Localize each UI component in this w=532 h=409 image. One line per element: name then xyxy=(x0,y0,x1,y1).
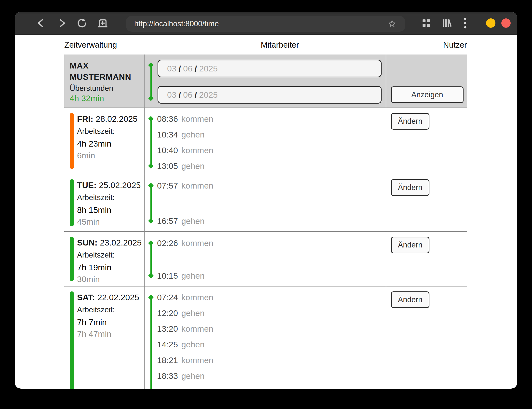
time-entry: 12:20 gehen xyxy=(157,305,386,321)
time-entry: 14:25 gehen xyxy=(157,337,386,352)
entry-time: 07:24 xyxy=(157,293,178,302)
time-entry: 08:36 kommen xyxy=(157,111,386,127)
time-entries: 02:26 kommen 10:15 gehen xyxy=(145,232,386,286)
close-button[interactable] xyxy=(501,18,511,28)
date-to-input[interactable]: 03/06/2025 xyxy=(158,86,382,104)
entry-time: 10:34 xyxy=(157,130,178,139)
entry-time: 21:04 xyxy=(157,387,178,389)
back-icon[interactable] xyxy=(35,17,47,29)
time-entry: 07:57 kommen xyxy=(157,178,386,193)
day-title: TUE:25.02.2025 xyxy=(77,180,144,190)
entry-time: 07:57 xyxy=(157,181,178,191)
nav-nutzer[interactable]: Nutzer xyxy=(443,40,467,50)
overtime-value: 4h 32min xyxy=(70,93,144,103)
pause-value: 45min xyxy=(77,216,144,227)
time-entry: 18:21 kommen xyxy=(157,352,386,368)
date-filter-cell: 03/06/2025 03/06/2025 xyxy=(145,55,386,108)
date-from-input[interactable]: 03/06/2025 xyxy=(158,60,382,77)
day-action-cell: Ändern xyxy=(386,174,467,231)
entry-time: 08:36 xyxy=(157,114,178,124)
worktime-value: 7h 7min xyxy=(77,316,144,328)
pause-value: 7h 47min xyxy=(77,328,144,340)
nav-mitarbeiter[interactable]: Mitarbeiter xyxy=(261,40,299,50)
top-nav: Zeitverwaltung Mitarbeiter Nutzer xyxy=(64,35,467,55)
url-text[interactable]: http://localhost:8000/time xyxy=(134,19,388,28)
new-tab-icon[interactable] xyxy=(96,17,109,29)
browser-toolbar: http://localhost:8000/time xyxy=(15,12,517,35)
time-entry: 21:04 kommen xyxy=(157,384,386,389)
time-entries: 07:57 kommen 16:57 gehen xyxy=(145,174,386,231)
anzeigen-button[interactable]: Anzeigen xyxy=(391,86,464,103)
menu-kebab-icon[interactable] xyxy=(464,17,467,29)
timeline-line xyxy=(150,119,152,166)
day-row: SAT:22.02.2025 Arbeitszeit: 7h 7min 7h 4… xyxy=(64,286,467,389)
day-action-cell: Ändern xyxy=(386,286,467,389)
day-accent-bar xyxy=(70,113,74,169)
employee-first-name: MAX xyxy=(70,60,144,71)
entry-type: kommen xyxy=(181,181,213,191)
employee-summary: MAX MUSTERMANN Überstunden 4h 32min xyxy=(64,55,145,108)
bookmark-star-icon[interactable] xyxy=(388,19,397,28)
worktime-label: Arbeitszeit: xyxy=(77,193,144,202)
day-title: SAT:22.02.2025 xyxy=(77,292,144,302)
tab-overview-icon[interactable] xyxy=(422,19,430,27)
time-entries-cell: 07:24 kommen 12:20 gehen 13:20 kommen 14… xyxy=(145,286,386,389)
entry-type: kommen xyxy=(181,293,213,302)
entry-type: kommen xyxy=(181,114,213,124)
time-entry: 18:33 gehen xyxy=(157,368,386,384)
time-entries: 08:36 kommen 10:34 gehen 10:40 kommen 13… xyxy=(145,108,386,174)
time-entry: 07:24 kommen xyxy=(157,289,386,305)
entry-time: 18:33 xyxy=(157,371,178,381)
filter-action-cell: Anzeigen xyxy=(386,55,467,108)
time-entry: 13:05 gehen xyxy=(157,158,386,174)
time-entry: 10:40 kommen xyxy=(157,142,386,158)
pause-value: 6min xyxy=(77,150,144,161)
timeline-diamond-top xyxy=(148,62,154,68)
day-summary-cell: SUN:23.02.2025 Arbeitszeit: 7h 19min 30m… xyxy=(64,232,145,286)
day-summary-cell: FRI:28.02.2025 Arbeitszeit: 4h 23min 6mi… xyxy=(64,108,145,174)
entry-type: gehen xyxy=(181,308,205,318)
entry-time: 02:26 xyxy=(157,238,178,248)
entry-time: 16:57 xyxy=(157,216,178,226)
url-bar[interactable]: http://localhost:8000/time xyxy=(126,16,405,32)
entry-time: 13:20 xyxy=(157,324,178,334)
reload-icon[interactable] xyxy=(76,17,88,29)
library-icon[interactable] xyxy=(442,18,452,28)
day-summary-cell: SAT:22.02.2025 Arbeitszeit: 7h 7min 7h 4… xyxy=(64,286,145,389)
aendern-button[interactable]: Ändern xyxy=(391,237,429,253)
browser-window: http://localhost:8000/time Zeitverwaltun… xyxy=(15,12,517,389)
worktime-label: Arbeitszeit: xyxy=(77,305,144,314)
timeline-line xyxy=(150,243,152,276)
time-entry: 13:20 kommen xyxy=(157,321,386,337)
aendern-button[interactable]: Ändern xyxy=(391,291,429,308)
entry-type: kommen xyxy=(181,387,213,389)
timeline-line xyxy=(150,297,152,389)
time-entries-cell: 02:26 kommen 10:15 gehen xyxy=(145,232,386,286)
time-entry: 02:26 kommen xyxy=(157,235,386,251)
worktime-value: 7h 19min xyxy=(77,262,144,273)
worktime-label: Arbeitszeit: xyxy=(77,250,144,260)
entry-type: gehen xyxy=(181,216,205,226)
worktime-label: Arbeitszeit: xyxy=(77,127,144,136)
employee-last-name: MUSTERMANN xyxy=(70,71,144,82)
day-row: FRI:28.02.2025 Arbeitszeit: 4h 23min 6mi… xyxy=(64,108,467,174)
entry-type: kommen xyxy=(181,146,213,155)
day-summary-cell: TUE:25.02.2025 Arbeitszeit: 8h 15min 45m… xyxy=(64,174,145,231)
entry-time: 13:05 xyxy=(157,161,178,171)
minimize-button[interactable] xyxy=(486,18,495,28)
timeline-line xyxy=(150,65,152,98)
forward-icon[interactable] xyxy=(56,17,68,29)
day-row: TUE:25.02.2025 Arbeitszeit: 8h 15min 45m… xyxy=(64,174,467,232)
day-rows: FRI:28.02.2025 Arbeitszeit: 4h 23min 6mi… xyxy=(64,108,467,389)
day-accent-bar xyxy=(70,291,74,389)
time-entries: 07:24 kommen 12:20 gehen 13:20 kommen 14… xyxy=(145,286,386,389)
entry-type: gehen xyxy=(181,161,205,171)
day-title: SUN:23.02.2025 xyxy=(77,238,144,247)
page-time: Zeitverwaltung Mitarbeiter Nutzer MAX MU… xyxy=(15,35,517,388)
nav-zeitverwaltung[interactable]: Zeitverwaltung xyxy=(64,40,117,50)
aendern-button[interactable]: Ändern xyxy=(391,179,429,196)
worktime-value: 4h 23min xyxy=(77,138,144,149)
aendern-button[interactable]: Ändern xyxy=(391,113,429,130)
entry-time: 12:20 xyxy=(157,308,178,318)
entry-type: kommen xyxy=(181,355,213,365)
